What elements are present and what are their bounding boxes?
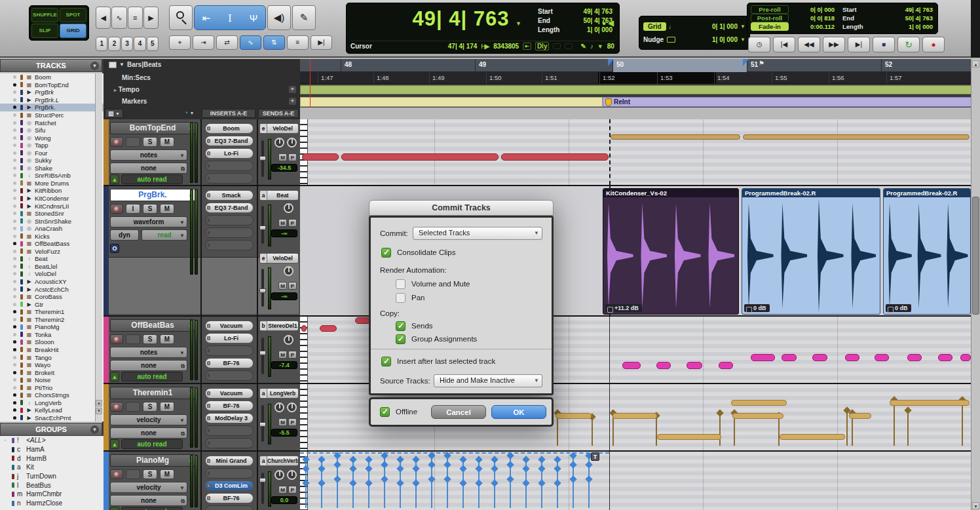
track-name-label[interactable]: VeloDel [35,270,56,277]
stop-button[interactable]: ■ [873,37,895,52]
group-list-item[interactable]: a Kit [0,463,104,472]
track-name-label[interactable]: BeatLlel [35,263,57,270]
midi-note[interactable] [719,362,733,369]
midi-note[interactable] [849,413,871,419]
bars-ruler[interactable]: 4849505152 ⚑ [300,59,980,72]
track-show-dot[interactable] [13,295,16,298]
go-to-end-button[interactable]: ▶| [848,37,870,52]
track-list-item[interactable]: ◎ Tapp [0,142,104,149]
track-name-label[interactable]: CoroBass [35,293,62,300]
group-name-label[interactable]: Kit [26,463,34,471]
track-show-dot[interactable] [13,136,16,140]
send-pan-knob-2[interactable] [287,470,297,480]
markers-ruler-label[interactable]: Markers [122,98,147,105]
track-show-dot[interactable] [13,174,16,177]
insert-slot[interactable] [205,370,254,381]
midi-note[interactable] [780,434,845,440]
mini-keyboard[interactable] [300,384,308,450]
velocity-stalk[interactable] [400,458,401,508]
track-name-label[interactable]: Slooon [35,338,54,345]
tr-end-value[interactable]: 50| 4| 763 [905,14,933,22]
track-show-dot[interactable] [13,363,16,366]
velocity-stalk[interactable] [719,413,721,446]
volume-mute-checkbox[interactable] [396,279,405,289]
preroll-value[interactable]: 0| 0| 000 [794,6,835,13]
insert-slot[interactable]: Mini Grand [205,456,254,466]
zoom-preset-button[interactable]: 1 [96,37,107,51]
tempo-add-icon[interactable]: + [289,86,296,93]
track-io-selector[interactable]: none⧉ [110,163,187,174]
velocity-stalk[interactable] [962,400,963,446]
velocity-stalk[interactable] [778,416,780,446]
record-arm-button[interactable] [110,204,123,214]
track-view-selector[interactable]: velocity▼ [110,482,187,493]
track-height-icon[interactable]: ▥ ▼ [105,109,123,118]
track-name-label[interactable]: Noise [35,376,50,383]
track-list-item[interactable]: ▦ OffBeatBass [0,240,104,248]
track-show-dot[interactable] [13,189,16,192]
velocity-stalk[interactable] [894,400,895,446]
track-show-dot[interactable] [13,288,16,291]
record-button[interactable]: ● [922,37,945,52]
grid-caret-icon[interactable]: ▼ [740,24,745,29]
midi-note[interactable] [656,362,671,369]
track-name-label[interactable]: Shake [35,165,52,172]
sends-column-header[interactable]: SENDS A-E [258,109,299,118]
send-slot-button[interactable]: aBeat [259,190,299,201]
track-list-item[interactable]: ▶ KitCondensr [0,195,104,203]
insert-slot[interactable]: EQ3 7-Band [205,136,254,146]
track-show-dot[interactable] [13,340,16,343]
insert-power-icon[interactable] [207,496,210,500]
send-level-value[interactable]: -∞ [271,229,297,237]
fast-forward-button[interactable]: ▶▶ [823,37,845,52]
commit-dropdown[interactable]: Selected Tracks▼ [413,227,542,240]
send-power-knob[interactable] [284,335,293,345]
midi-note[interactable] [611,134,740,140]
track-name-label[interactable]: KitCndnsrLII [35,203,69,210]
track-list-item[interactable]: ▶ PrgBrk.L [0,96,104,104]
velocity-stalk[interactable] [656,416,657,446]
inserts-column-header[interactable]: INSERTS A-E [202,109,255,118]
insert-power-icon[interactable] [207,193,210,197]
track-name-label[interactable]: AcousticXY [35,278,67,285]
group-name-label[interactable]: HarmzClose [26,500,62,507]
send-pan-knob[interactable] [274,402,284,412]
insert-slot[interactable]: Smack [205,190,254,201]
track-show-dot[interactable] [13,250,16,253]
midi-note[interactable] [938,354,952,361]
send-mute-button[interactable]: M [278,219,287,227]
track-list-item[interactable]: ▦ BreakHit [0,346,104,354]
track-view-selector[interactable]: notes▼ [110,149,187,161]
audio-clip[interactable]: ProgrammedBreak-02.R 0 dB [742,188,880,315]
group-name-label[interactable]: TurnDown [26,473,56,480]
group-list-item[interactable]: n HarmzClose [0,499,104,508]
nudge-caret-icon[interactable]: ▼ [740,37,745,43]
insert-power-icon[interactable] [207,206,210,210]
grid-note-icon[interactable]: ♩ [669,23,675,30]
track-name-label[interactable]: KitRibbon [35,187,62,194]
track-list-item[interactable]: ▦ Kicks [0,232,104,240]
track-show-dot[interactable] [13,303,16,306]
timeline-selection[interactable] [612,59,747,72]
track-show-dot[interactable] [13,227,16,230]
track-show-dot[interactable] [13,318,16,321]
track-list-item[interactable]: ↓ LongVerb [0,399,104,407]
record-arm-button[interactable] [110,334,123,344]
scroll-up-icon[interactable]: ▲ [96,400,102,406]
solo-button[interactable]: S [143,334,157,344]
send-pre-button[interactable]: P [288,282,297,290]
track-show-dot[interactable] [13,167,16,170]
automation-mode-selector[interactable]: auto read [121,372,183,382]
minsec-ruler[interactable]: 1:471:481:491:501:511:521:531:541:551:56… [300,72,980,84]
send-power-knob[interactable] [284,266,293,276]
track-name-label[interactable]: PtiTrio [35,384,52,391]
send-fader[interactable] [261,269,264,307]
velocity-stalk[interactable] [462,458,464,508]
nudge-value[interactable]: 1| 0| 000 [712,36,738,43]
insert-slot[interactable] [205,505,254,510]
track-list-item[interactable]: ▶ KellyLead [0,406,104,414]
playhead-cursor[interactable] [310,59,311,108]
track-name-label[interactable]: StonedSnr [35,210,64,217]
track-show-dot[interactable] [13,310,16,313]
clip-gain-badge[interactable]: +11.2 dB [605,304,642,312]
